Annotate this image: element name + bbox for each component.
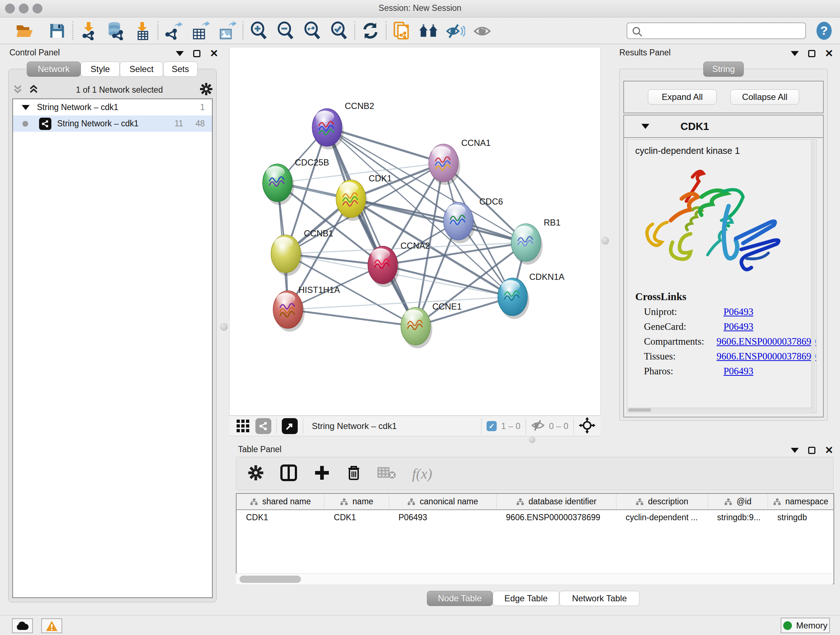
export-network-icon[interactable]	[164, 21, 184, 41]
network-edge[interactable]	[288, 310, 416, 326]
edge-count: 48	[195, 119, 205, 128]
left-splitter[interactable]	[221, 44, 226, 445]
search-input[interactable]	[646, 24, 802, 38]
add-column-icon[interactable]	[314, 464, 330, 483]
tab-sets[interactable]: Sets	[163, 62, 197, 77]
tree-expand-icon[interactable]	[22, 105, 30, 110]
network-node-cdkn1a[interactable]: CDKN1A	[498, 272, 564, 319]
node-label: CCNE1	[432, 302, 462, 311]
expand-all-networks-icon[interactable]	[28, 84, 39, 96]
warnings-button[interactable]	[41, 618, 62, 633]
change-species-icon[interactable]	[418, 21, 439, 41]
fit-content-crosshair-icon[interactable]	[579, 417, 595, 435]
table-panel-float-icon[interactable]	[808, 447, 815, 454]
table-cell[interactable]: CDK1	[325, 510, 389, 525]
table-cell[interactable]: stringdb:9...	[707, 510, 768, 525]
zoom-in-icon[interactable]	[248, 21, 269, 41]
memory-button[interactable]: Memory	[781, 618, 830, 633]
tab-style[interactable]: Style	[81, 62, 120, 77]
network-options-gear-icon[interactable]	[200, 82, 213, 97]
control-panel-float-icon[interactable]	[193, 50, 201, 57]
zoom-fit-icon[interactable]	[302, 21, 322, 41]
crosslink-link[interactable]: 9606.ENSP00000378699	[717, 351, 816, 362]
network-edge[interactable]	[327, 127, 444, 163]
network-node-rb1[interactable]: RB1	[511, 218, 561, 264]
network-row[interactable]: String Network – cdk1 11 48	[13, 116, 212, 132]
tab-node-table[interactable]: Node Table	[427, 591, 493, 606]
tab-string[interactable]: String	[703, 62, 744, 77]
import-network-from-database-icon[interactable]	[105, 21, 126, 41]
delete-column-icon[interactable]	[346, 464, 362, 483]
hidden-eye-slash-icon	[531, 420, 545, 432]
table-cell[interactable]: P06493	[389, 510, 496, 525]
crosslink-link[interactable]: 9606.ENSP00000378699	[717, 336, 816, 347]
table-row[interactable]: CDK1CDK1P064939606.ENSP00000378699cyclin…	[237, 510, 834, 525]
tab-edge-table[interactable]: Edge Table	[493, 591, 559, 606]
network-node-cdc6[interactable]: CDC6	[444, 196, 503, 243]
results-vertical-scrollbar[interactable]	[811, 141, 815, 413]
refresh-view-icon[interactable]	[360, 21, 381, 41]
column-header-description[interactable]: description	[616, 494, 707, 510]
control-panel-minimize-icon[interactable]	[176, 51, 184, 56]
show-all-icon[interactable]	[472, 21, 493, 41]
zoom-selected-icon[interactable]	[329, 21, 349, 41]
right-splitter[interactable]	[603, 44, 608, 421]
crosslink-label: Uniprot:	[644, 306, 723, 318]
results-panel-close-icon[interactable]: ✕	[825, 50, 833, 57]
results-panel-float-icon[interactable]	[808, 50, 815, 57]
collapse-all-networks-icon[interactable]	[12, 84, 23, 96]
results-panel-minimize-icon[interactable]	[791, 51, 799, 56]
help-icon[interactable]: ?	[814, 21, 834, 41]
column-header-namespace[interactable]: namespace	[768, 494, 834, 510]
open-session-icon[interactable]	[14, 21, 35, 41]
collection-count: 1	[200, 103, 205, 112]
column-header-name[interactable]: name	[325, 494, 389, 510]
crosslink-link[interactable]: P06493	[723, 306, 753, 318]
table-cell[interactable]: cyclin-dependent ...	[616, 510, 707, 525]
network-share-view-icon[interactable]	[256, 418, 271, 434]
save-session-icon[interactable]	[47, 21, 67, 41]
bottom-splitter-handle[interactable]	[529, 437, 535, 443]
network-collection-row[interactable]: String Network – cdk1 1	[13, 99, 212, 116]
tab-network-table[interactable]: Network Table	[559, 591, 639, 606]
table-cell[interactable]: CDK1	[237, 510, 325, 525]
crosslink-link[interactable]: P06493	[723, 366, 753, 377]
right-splitter-handle[interactable]	[601, 237, 609, 245]
column-header--id[interactable]: @id	[707, 494, 768, 510]
show-columns-icon[interactable]	[279, 464, 298, 483]
crosslinks-list: Uniprot:P06493GeneCard:P06493Compartment…	[627, 306, 816, 377]
tab-network[interactable]: Network	[27, 62, 81, 77]
cloud-status-button[interactable]	[12, 618, 33, 633]
table-panel-close-icon[interactable]: ✕	[825, 447, 833, 454]
column-header-database-identifier[interactable]: database identifier	[496, 494, 616, 510]
detach-view-icon[interactable]	[282, 418, 298, 434]
left-splitter-handle[interactable]	[220, 323, 228, 331]
collapse-all-button[interactable]: Collapse All	[730, 89, 799, 105]
network-canvas[interactable]: CCNB2CCNA1CDC25BCDK1CDC6RB1CCNB1CCNA2CDK…	[229, 47, 600, 416]
network-node-ccna2[interactable]: CCNA2	[368, 241, 430, 287]
import-table-icon[interactable]	[132, 21, 152, 41]
import-network-icon[interactable]	[79, 21, 99, 41]
control-panel-close-icon[interactable]: ✕	[210, 50, 218, 57]
entry-collapse-icon[interactable]	[641, 124, 649, 129]
network-edge[interactable]	[327, 127, 416, 326]
grid-view-icon[interactable]	[236, 418, 250, 434]
crosslink-link[interactable]: P06493	[723, 321, 753, 333]
table-horizontal-scrollbar[interactable]	[236, 573, 833, 584]
export-image-icon[interactable]	[217, 21, 237, 41]
table-cell[interactable]: 9606.ENSP00000378699	[496, 510, 616, 525]
network-node-ccne1[interactable]: CCNE1	[401, 302, 462, 348]
table-cell[interactable]: stringdb	[768, 510, 834, 525]
column-header-shared-name[interactable]: shared name	[237, 494, 325, 510]
selected-checkbox-icon[interactable]: ✓	[486, 421, 497, 431]
hide-selected-icon[interactable]	[445, 21, 466, 41]
column-header-canonical-name[interactable]: canonical name	[389, 494, 496, 510]
table-panel-minimize-icon[interactable]	[791, 448, 799, 453]
clone-network-icon[interactable]	[392, 21, 412, 41]
table-options-gear-icon[interactable]	[248, 465, 264, 482]
expand-all-button[interactable]: Expand All	[648, 89, 717, 105]
zoom-out-icon[interactable]	[275, 21, 295, 41]
export-table-icon[interactable]	[190, 21, 210, 41]
results-horizontal-scrollbar[interactable]	[628, 408, 813, 412]
tab-select[interactable]: Select	[120, 62, 163, 77]
